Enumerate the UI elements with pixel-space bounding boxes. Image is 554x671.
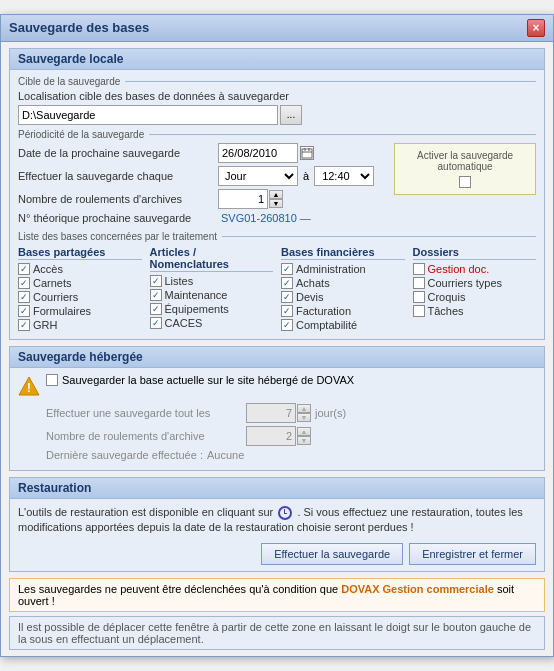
path-input[interactable] [18, 105, 278, 125]
next-save-input[interactable] [218, 143, 298, 163]
auto-save-box: Activer la sauvegarde automatique [394, 143, 536, 195]
periodicity-row: Date de la prochaine sauvegarde [18, 143, 536, 227]
label-taches: Tâches [428, 305, 464, 317]
archives-spinner: ▲ ▼ [218, 189, 283, 209]
checkbox-listes[interactable] [150, 275, 162, 287]
auto-save-checkbox[interactable] [459, 176, 471, 188]
path-row: ... [18, 105, 536, 125]
theoretical-suffix: — [300, 212, 311, 224]
checkbox-comptabilite[interactable] [281, 319, 293, 331]
checkbox-taches[interactable] [413, 305, 425, 317]
theoretical-label: N° théorique prochaine sauvegarde [18, 212, 218, 224]
hebergee-warning-text: Sauvegarder la base actuelle sur le site… [62, 374, 354, 386]
label-listes: Listes [165, 275, 194, 287]
bases-col-articles-header: Articles / Nomenclatures [150, 246, 274, 272]
checkbox-maintenance[interactable] [150, 289, 162, 301]
localization-label: Localisation cible des bases de données … [18, 90, 289, 102]
hebergee-spinner2: ▲ ▼ [246, 426, 311, 446]
bottom-info: Il est possible de déplacer cette fenêtr… [9, 616, 545, 650]
label-formulaires: Formulaires [33, 305, 91, 317]
bases-col-articles: Articles / Nomenclatures Listes Maintena… [150, 246, 274, 333]
title-bar: Sauvegarde des bases × [1, 15, 553, 42]
notice1-part1: Les sauvegardes ne peuvent être déclench… [18, 583, 338, 595]
enregistrer-fermer-button[interactable]: Enregistrer et fermer [409, 543, 536, 565]
bases-col-partagees-header: Bases partagées [18, 246, 142, 260]
archives-spinner-buttons: ▲ ▼ [269, 190, 283, 208]
hebergee-section-header: Sauvegarde hébergée [10, 347, 544, 368]
hebergee-row1-unit: jour(s) [315, 407, 346, 419]
checkbox-administration[interactable] [281, 263, 293, 275]
target-group: Cible de la sauvegarde Localisation cibl… [18, 76, 536, 125]
bases-col-dossiers-header: Dossiers [413, 246, 537, 260]
hebergee-spinner1: ▲ ▼ [246, 403, 311, 423]
checkbox-equipements[interactable] [150, 303, 162, 315]
bases-item-achats: Achats [281, 277, 405, 289]
next-save-label: Date de la prochaine sauvegarde [18, 147, 218, 159]
archives-row: Nombre de roulements d'archives ▲ ▼ [18, 189, 374, 209]
label-maintenance: Maintenance [165, 289, 228, 301]
label-devis: Devis [296, 291, 324, 303]
hebergee-checkbox[interactable] [46, 374, 58, 386]
effectuer-sauvegarde-button[interactable]: Effectuer la sauvegarde [261, 543, 403, 565]
checkbox-courriers-types[interactable] [413, 277, 425, 289]
checkbox-formulaires[interactable] [18, 305, 30, 317]
local-section-body: Cible de la sauvegarde Localisation cibl… [10, 70, 544, 339]
bases-list-label: Liste des bases concernées par le traite… [18, 231, 536, 242]
every-row: Effectuer la sauvegarde chaque Jour Sema… [18, 166, 374, 186]
time-select[interactable]: 12:40 [314, 166, 374, 186]
bases-item-comptabilite: Comptabilité [281, 319, 405, 331]
checkbox-achats[interactable] [281, 277, 293, 289]
hebergee-days-up: ▲ [297, 404, 311, 413]
at-label: à [303, 170, 309, 182]
svg-rect-0 [302, 149, 312, 158]
periodicity-label: Périodicité de la sauvegarde [18, 129, 536, 140]
dialog-title: Sauvegarde des bases [9, 20, 149, 35]
bottom-notice: Les sauvegardes ne peuvent être déclench… [9, 578, 545, 612]
next-save-row: Date de la prochaine sauvegarde [18, 143, 374, 163]
checkbox-croquis[interactable] [413, 291, 425, 303]
bases-item-grh: GRH [18, 319, 142, 331]
browse-button[interactable]: ... [280, 105, 302, 125]
checkbox-caces[interactable] [150, 317, 162, 329]
hebergee-row3-value: Aucune [207, 449, 244, 461]
bases-item-formulaires: Formulaires [18, 305, 142, 317]
archives-input[interactable] [218, 189, 268, 209]
close-button[interactable]: × [527, 19, 545, 37]
localization-row: Localisation cible des bases de données … [18, 90, 536, 102]
checkbox-facturation[interactable] [281, 305, 293, 317]
bases-col-dossiers: Dossiers Gestion doc. Courriers types [413, 246, 537, 333]
checkbox-carnets[interactable] [18, 277, 30, 289]
every-label: Effectuer la sauvegarde chaque [18, 170, 218, 182]
hebergee-row1-label: Effectuer une sauvegarde tout les [46, 407, 246, 419]
clock-icon[interactable] [278, 506, 292, 520]
label-carnets: Carnets [33, 277, 72, 289]
every-select[interactable]: Jour Semaine Mois [218, 166, 298, 186]
restauration-body: L'outils de restauration est disponible … [10, 499, 544, 572]
restauration-text-part1: L'outils de restauration est disponible … [18, 506, 273, 518]
target-label: Cible de la sauvegarde [18, 76, 536, 87]
archives-down-button[interactable]: ▼ [269, 199, 283, 208]
hebergee-days-input [246, 403, 296, 423]
restauration-section: Restauration L'outils de restauration es… [9, 477, 545, 573]
checkbox-gestion-doc[interactable] [413, 263, 425, 275]
checkbox-devis[interactable] [281, 291, 293, 303]
buttons-row: Effectuer la sauvegarde Enregistrer et f… [18, 543, 536, 565]
notice2-text: Il est possible de déplacer cette fenêtr… [18, 621, 531, 645]
local-section-header: Sauvegarde locale [10, 49, 544, 70]
archives-up-button[interactable]: ▲ [269, 190, 283, 199]
checkbox-grh[interactable] [18, 319, 30, 331]
bases-section: Liste des bases concernées par le traite… [18, 231, 536, 333]
dialog-window: Sauvegarde des bases × Sauvegarde locale… [0, 14, 554, 658]
checkbox-acces[interactable] [18, 263, 30, 275]
hebergee-archives-up: ▲ [297, 427, 311, 436]
label-courriers-types: Courriers types [428, 277, 503, 289]
bases-item-maintenance: Maintenance [150, 289, 274, 301]
label-equipements: Équipements [165, 303, 229, 315]
bases-item-croquis: Croquis [413, 291, 537, 303]
bases-item-carnets: Carnets [18, 277, 142, 289]
hebergee-checkbox-row: Sauvegarder la base actuelle sur le site… [46, 374, 354, 386]
label-croquis: Croquis [428, 291, 466, 303]
theoretical-row: N° théorique prochaine sauvegarde SVG01-… [18, 212, 374, 224]
calendar-icon[interactable] [300, 146, 314, 160]
checkbox-courriers[interactable] [18, 291, 30, 303]
